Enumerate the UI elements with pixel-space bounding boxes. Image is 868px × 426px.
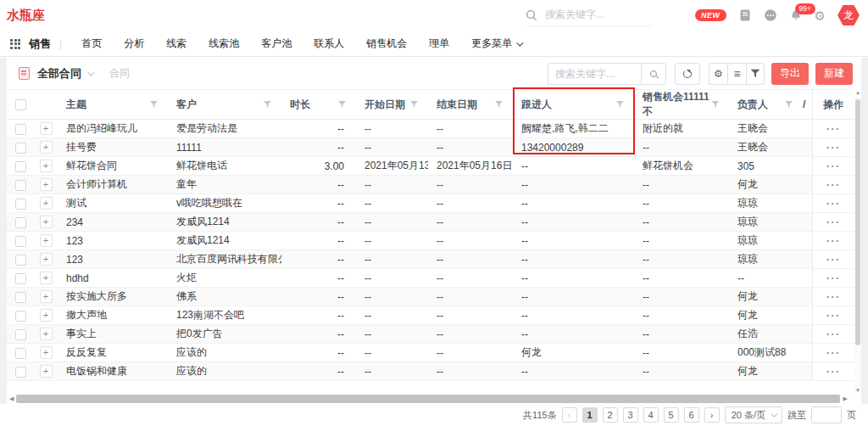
scroll-right-arrow[interactable]: ▶ — [840, 395, 849, 402]
notifications[interactable]: 99+ — [789, 9, 803, 22]
cell-customer[interactable]: 火炬 — [168, 269, 281, 288]
prev-page-button[interactable]: ‹ — [562, 407, 577, 423]
page-button-4[interactable]: 4 — [643, 407, 659, 423]
search-input[interactable] — [548, 63, 641, 85]
expand-button[interactable]: + — [40, 178, 53, 191]
more-actions-button[interactable]: ··· — [826, 142, 841, 154]
cell-customer[interactable]: 11111 — [168, 138, 281, 157]
more-actions-button[interactable]: ··· — [826, 347, 841, 359]
expand-button[interactable]: + — [40, 328, 53, 340]
more-actions-button[interactable]: ··· — [826, 272, 841, 284]
cell-subject[interactable]: 是的冯绍峰玩儿 — [58, 120, 168, 138]
more-actions-button[interactable]: ··· — [826, 179, 841, 191]
expand-button[interactable]: + — [40, 234, 53, 247]
document-icon[interactable] — [738, 8, 752, 22]
view-selector[interactable]: 全部合同 — [37, 66, 81, 81]
more-actions-button[interactable]: ··· — [826, 216, 841, 228]
row-checkbox[interactable] — [15, 199, 26, 210]
expand-button[interactable]: + — [40, 290, 53, 303]
page-button-3[interactable]: 3 — [623, 407, 638, 423]
row-checkbox[interactable] — [15, 367, 26, 378]
more-actions-button[interactable]: ··· — [826, 123, 841, 135]
more-actions-button[interactable]: ··· — [826, 235, 841, 247]
nav-item-3[interactable]: 线索池 — [198, 36, 250, 51]
chevron-down-icon[interactable] — [87, 69, 94, 76]
cell-customer[interactable]: 北京百度网讯科技有限公司 — [168, 250, 281, 269]
vertical-scrollbar-thumb[interactable] — [855, 99, 860, 345]
nav-item-2[interactable]: 线索 — [155, 36, 198, 51]
avatar[interactable]: 龙 — [837, 4, 860, 26]
gear-icon[interactable]: ⚙ — [815, 9, 826, 22]
cell-customer[interactable]: 爱是劳动法是 — [168, 120, 281, 138]
nav-item-0[interactable]: 首页 — [70, 36, 113, 51]
row-checkbox[interactable] — [15, 292, 26, 303]
row-checkbox[interactable] — [15, 311, 26, 322]
more-actions-button[interactable]: ··· — [826, 310, 841, 322]
scroll-up-arrow[interactable]: ▲ — [854, 90, 861, 95]
scroll-down-arrow[interactable]: ▼ — [854, 388, 861, 393]
expand-button[interactable]: + — [40, 197, 53, 210]
jump-page-input[interactable] — [811, 406, 842, 423]
filter-icon[interactable] — [410, 101, 418, 109]
cell-customer[interactable]: 发威风1214 — [168, 232, 281, 250]
scroll-left-arrow[interactable]: ◀ — [7, 395, 16, 402]
expand-button[interactable]: + — [40, 365, 53, 378]
horizontal-scrollbar[interactable]: ◀ ▶ — [7, 394, 861, 404]
module-switcher[interactable]: 销售 — [29, 36, 51, 52]
filter-button[interactable] — [746, 63, 765, 85]
apps-grid-icon[interactable] — [10, 39, 20, 49]
cell-subject[interactable]: 撒大声地 — [58, 306, 168, 325]
more-actions-button[interactable]: ··· — [826, 254, 841, 266]
nav-item-5[interactable]: 联系人 — [303, 36, 355, 51]
filter-icon[interactable] — [264, 101, 271, 109]
cell-customer[interactable]: v哦吃哦想哦在 — [168, 194, 281, 213]
row-checkbox[interactable] — [15, 236, 26, 247]
expand-button[interactable]: + — [40, 160, 53, 172]
cell-opportunity[interactable]: 鲜花饼机会 — [634, 157, 729, 176]
cell-customer[interactable]: 佛系 — [168, 288, 281, 306]
more-actions-button[interactable]: ··· — [826, 198, 841, 210]
more-actions-button[interactable]: ··· — [826, 366, 841, 378]
row-checkbox[interactable] — [15, 161, 26, 172]
cell-customer[interactable]: 把0发广告 — [168, 325, 281, 344]
cell-subject[interactable]: 测试 — [58, 194, 168, 213]
more-actions-button[interactable]: ··· — [826, 328, 841, 340]
cell-subject[interactable]: 123 — [58, 250, 168, 269]
page-size-select[interactable]: 20 条/页 — [725, 406, 782, 423]
cell-customer[interactable]: 应该的 — [168, 362, 281, 381]
filter-icon[interactable] — [338, 101, 346, 109]
create-button[interactable]: 新建 — [815, 63, 853, 85]
expand-button[interactable]: + — [40, 272, 53, 284]
field-list-button[interactable]: ≡ — [727, 63, 746, 85]
vertical-scrollbar[interactable]: ▲ ▼ — [854, 89, 861, 394]
row-checkbox[interactable] — [15, 348, 26, 359]
cell-opportunity[interactable]: 附近的就 — [634, 120, 729, 138]
more-actions-button[interactable]: ··· — [826, 160, 841, 172]
cell-subject[interactable]: 鲜花饼合同 — [58, 157, 168, 176]
next-page-button[interactable]: › — [704, 407, 720, 423]
row-checkbox[interactable] — [15, 180, 26, 191]
global-search[interactable]: 搜索关键字... — [526, 8, 653, 26]
row-checkbox[interactable] — [15, 329, 26, 340]
cell-subject[interactable]: 反反复复 — [58, 344, 168, 362]
export-button[interactable]: 导出 — [771, 63, 809, 85]
page-button-6[interactable]: 6 — [684, 407, 699, 423]
cell-subject[interactable]: 会计师计算机 — [58, 176, 168, 194]
chat-icon[interactable] — [764, 8, 777, 22]
search-button[interactable] — [641, 63, 666, 85]
filter-icon[interactable] — [712, 101, 719, 109]
nav-item-6[interactable]: 销售机会 — [355, 36, 418, 51]
expand-button[interactable]: + — [40, 122, 53, 135]
cell-subject[interactable]: 按实施大所多 — [58, 288, 168, 306]
cell-customer[interactable]: 鲜花饼电话 — [168, 157, 281, 176]
row-checkbox[interactable] — [15, 255, 26, 266]
filter-icon[interactable] — [616, 101, 624, 109]
row-checkbox[interactable] — [15, 273, 26, 284]
settings-button[interactable]: ⚙ — [709, 63, 727, 85]
nav-item-4[interactable]: 客户池 — [250, 36, 303, 51]
refresh-button[interactable] — [675, 63, 700, 85]
row-checkbox[interactable] — [15, 143, 26, 154]
cell-customer[interactable]: 童年 — [168, 176, 281, 194]
select-all-checkbox[interactable] — [15, 99, 26, 110]
expand-button[interactable]: + — [40, 216, 53, 228]
